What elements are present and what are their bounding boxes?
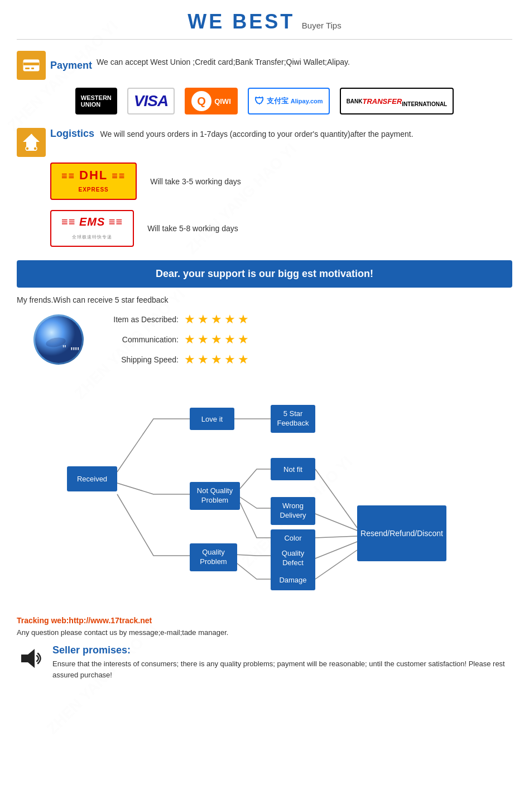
promises-text: Ensure that the interests of consumers; … (52, 658, 512, 680)
stars-described: ★ ★ ★ ★ ★ (184, 312, 249, 327)
fc-five-star: 5 Star Feedback (271, 405, 315, 433)
svg-rect-3 (31, 68, 34, 69)
qiwi-logo: Q QIWI (185, 88, 238, 114)
fc-wrong-delivery: Wrong Delivery (271, 497, 315, 525)
payment-title: Payment (50, 60, 92, 71)
dhl-badge: ≡≡ DHL ≡≡ EXPRESS (50, 163, 137, 200)
logistics-icon (17, 128, 46, 157)
star2: ★ (198, 312, 209, 327)
svg-line-30 (315, 550, 357, 579)
payment-icon (17, 51, 46, 80)
svg-point-7 (26, 147, 29, 150)
logistics-carriers: ≡≡ DHL ≡≡ EXPRESS Will take 3-5 working … (50, 163, 512, 247)
star-globe: " (33, 314, 84, 365)
page-header: WE BEST Buyer Tips (17, 0, 512, 40)
fc-not-quality: Not Quality Problem (190, 482, 240, 510)
dhl-note: Will take 3-5 working days (150, 177, 241, 186)
tracking-text: Any question please contact us by messag… (17, 628, 512, 637)
stars-shipping: ★ ★ ★ ★ ★ (184, 352, 249, 367)
header-subtitle: Buyer Tips (302, 21, 342, 30)
fc-resend: Resend/Refund/Discont (357, 505, 446, 561)
star-row-described: Item as Described: ★ ★ ★ ★ ★ (100, 312, 249, 327)
svg-line-26 (315, 469, 357, 528)
svg-line-29 (315, 542, 357, 558)
svg-text:": " (62, 343, 66, 355)
star-row-shipping: Shipping Speed: ★ ★ ★ ★ ★ (100, 352, 249, 367)
dhl-row: ≡≡ DHL ≡≡ EXPRESS Will take 3-5 working … (50, 163, 512, 200)
star3: ★ (211, 312, 222, 327)
star1: ★ (184, 312, 195, 327)
star5: ★ (238, 312, 249, 327)
svg-line-27 (315, 514, 357, 531)
star4: ★ (224, 312, 235, 327)
ems-note: Will take 5-8 working days (147, 224, 238, 233)
star-label-described: Item as Described: (100, 315, 179, 324)
star-rows: Item as Described: ★ ★ ★ ★ ★ Communicati… (100, 312, 249, 367)
star-row-communication: Communication: ★ ★ ★ ★ ★ (100, 332, 249, 347)
feedback-banner: Dear. your support is our bigg est motiv… (17, 260, 512, 288)
payment-logos: WESTERNUNION VISA Q QIWI 🛡 支付宝Alipay.com… (17, 88, 512, 114)
ems-badge: ≡≡ EMS ≡≡ 全球极速特快专递 (50, 210, 134, 247)
tracking-url: Tracking web:http://www.17track.net (17, 616, 512, 625)
promises-content: Seller promises: Ensure that the interes… (52, 644, 512, 680)
payment-section: Payment We can accept West Union ;Credit… (17, 51, 512, 114)
refunds-flow-full: Received Love it 5 Star Feedback Not Qua… (17, 377, 508, 600)
fc-love-it: Love it (190, 408, 234, 430)
svg-rect-2 (25, 68, 30, 69)
fc-quality-problem: Quality Problem (190, 543, 237, 571)
bank-transfer-logo: BANK TRANSFERINTERNATIONAL (340, 88, 454, 114)
ems-row: ≡≡ EMS ≡≡ 全球极速特快专递 Will take 5-8 working… (50, 210, 512, 247)
western-union-logo: WESTERNUNION (75, 88, 117, 114)
seller-promises: Seller promises: Ensure that the interes… (17, 644, 512, 680)
svg-rect-1 (23, 63, 39, 65)
alipay-logo: 🛡 支付宝Alipay.com (248, 88, 330, 114)
logistics-title: Logistics (50, 128, 94, 139)
payment-text: We can accept West Union ;Credit card;Ba… (97, 58, 350, 66)
stars-communication: ★ ★ ★ ★ ★ (184, 332, 249, 347)
promises-title: Seller promises: (52, 644, 512, 656)
visa-logo: VISA (127, 88, 175, 114)
fc-not-fit: Not fit (271, 458, 315, 480)
header-title: WE BEST (187, 10, 295, 33)
tracking-section: Tracking web:http://www.17track.net Any … (17, 616, 512, 680)
logistics-section: Logistics We will send yours orders in 1… (17, 128, 512, 247)
speaker-icon (17, 644, 45, 677)
fc-quality-defect: Quality Defect (271, 544, 315, 572)
svg-marker-31 (21, 649, 35, 668)
fc-received: Received (67, 466, 117, 491)
fc-damage: Damage (271, 569, 315, 590)
svg-point-6 (33, 147, 37, 150)
stars-section: " Item as Described: ★ ★ ★ ★ ★ Communica… (33, 312, 512, 367)
star-label-communication: Communication: (100, 335, 179, 344)
logistics-text: We will send yours orders in 1-7days (ac… (100, 130, 413, 138)
star-label-shipping: Shipping Speed: (100, 355, 179, 364)
svg-line-28 (315, 536, 357, 538)
feedback-sub: My frends.Wish can receive 5 star feedba… (17, 295, 512, 304)
